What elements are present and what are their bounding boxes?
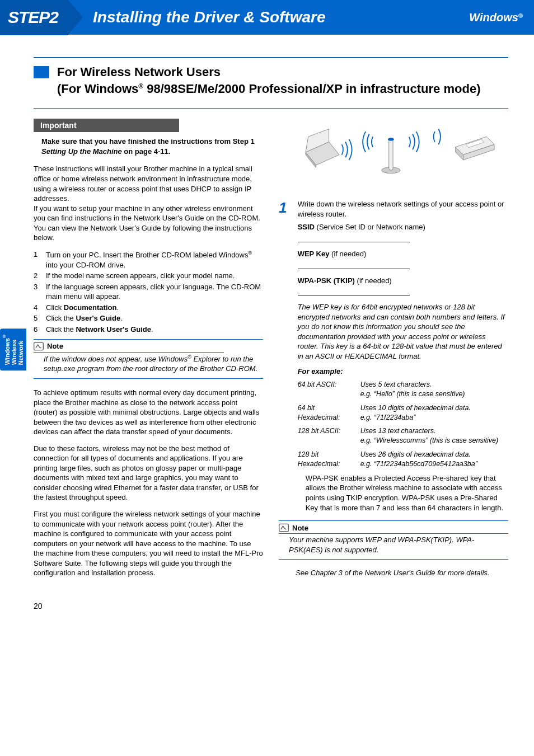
section-title: For Wireless Network Users (For Windows®…: [57, 64, 480, 97]
note-head: Note: [279, 523, 508, 534]
wep-blank: [298, 261, 410, 269]
configure-paragraph: First you must configure the wireless ne…: [34, 509, 263, 578]
right-column: 1 Write down the wireless network settin…: [279, 119, 508, 584]
important-box: Important Make sure that you have finish…: [34, 119, 263, 164]
note-icon: [34, 342, 44, 351]
wave-icon: [434, 129, 441, 145]
table-row: 64 bit Hexadecimal: Uses 10 digits of he…: [298, 403, 505, 422]
arrow-icon: [68, 0, 83, 35]
list-item: 4Click Documentation.: [34, 303, 263, 313]
top-rule: [34, 57, 508, 58]
note-body: Your machine supports WEP and WPA-PSK(TK…: [279, 535, 508, 555]
laptop-icon: [306, 129, 339, 168]
header-title: Installing the Driver & Software: [93, 8, 469, 26]
ssid-field: SSID (Service Set ID or Network name): [298, 222, 505, 232]
note-icon: [279, 523, 289, 532]
example-label: For example:: [298, 367, 505, 377]
svg-point-3: [388, 138, 394, 142]
page-body: Windows® Wireless Network For Wireless N…: [0, 35, 534, 622]
list-item: 6Click the Network User's Guide.: [34, 325, 263, 335]
see-more: See Chapter 3 of the Network User's Guid…: [279, 569, 508, 577]
step-1: 1 Write down the wireless network settin…: [279, 199, 508, 517]
step-content: Write down the wireless network settings…: [298, 199, 505, 517]
side-tab: Windows® Wireless Network: [0, 328, 26, 370]
wpa-blank: [298, 288, 410, 295]
section-marker-icon: [34, 66, 49, 78]
registered-icon: ®: [518, 12, 523, 19]
note-body: If the window does not appear, use Windo…: [34, 354, 263, 374]
ssid-blank: [298, 234, 410, 242]
wave-icon: [342, 139, 352, 160]
header-bar: STEP2 Installing the Driver & Software W…: [0, 0, 534, 35]
svg-rect-2: [389, 139, 393, 170]
table-row: 128 bit ASCII: Uses 13 text characters. …: [298, 426, 505, 445]
list-item: 2If the model name screen appears, click…: [34, 271, 263, 281]
intro-p1: These instructions will install your Bro…: [34, 164, 263, 242]
wpa-field: WPA-PSK (TKIP) (if needed): [298, 276, 505, 286]
page-number: 20: [34, 602, 508, 611]
note-block-1: Note If the window does not appear, use …: [34, 339, 263, 379]
note-head: Note: [34, 342, 224, 353]
list-item: 3If the language screen appears, click y…: [34, 282, 263, 302]
view-guide-list: 1Turn on your PC. Insert the Brother CD-…: [34, 250, 263, 335]
access-point-icon: [382, 138, 400, 174]
os-name: Windows: [469, 11, 518, 24]
list-item: 1Turn on your PC. Insert the Brother CD-…: [34, 250, 263, 270]
wep-explain: The WEP key is for 64bit encrypted netwo…: [298, 302, 505, 361]
important-label: Important: [34, 119, 179, 132]
mid-rule: [34, 108, 508, 109]
step-number: 1: [279, 199, 296, 217]
list-item: 5Click the User's Guide.: [34, 313, 263, 323]
example-table: 64 bit ASCII: Uses 5 text characters. e.…: [298, 380, 505, 469]
placement-paragraph: To achieve optimum results with normal e…: [34, 388, 263, 437]
wpa-explain: WPA-PSK enables a Protected Access Pre-s…: [298, 473, 505, 513]
table-row: 64 bit ASCII: Uses 5 text characters. e.…: [298, 380, 505, 399]
note-block-2: Note Your machine supports WEP and WPA-P…: [279, 520, 508, 560]
table-row: 128 bit Hexadecimal: Uses 26 digits of h…: [298, 450, 505, 469]
left-column: Important Make sure that you have finish…: [34, 119, 263, 584]
header-os: Windows®: [469, 11, 523, 24]
wep-field: WEP Key (if needed): [298, 249, 505, 259]
wireless-diagram: [279, 119, 508, 186]
important-text: Make sure that you have finished the ins…: [34, 132, 263, 164]
printer-icon: [456, 137, 494, 161]
columns: Important Make sure that you have finish…: [34, 119, 508, 584]
factors-paragraph: Due to these factors, wireless may not b…: [34, 444, 263, 503]
section-head: For Wireless Network Users (For Windows®…: [34, 64, 508, 97]
step-label: STEP2: [0, 0, 68, 35]
